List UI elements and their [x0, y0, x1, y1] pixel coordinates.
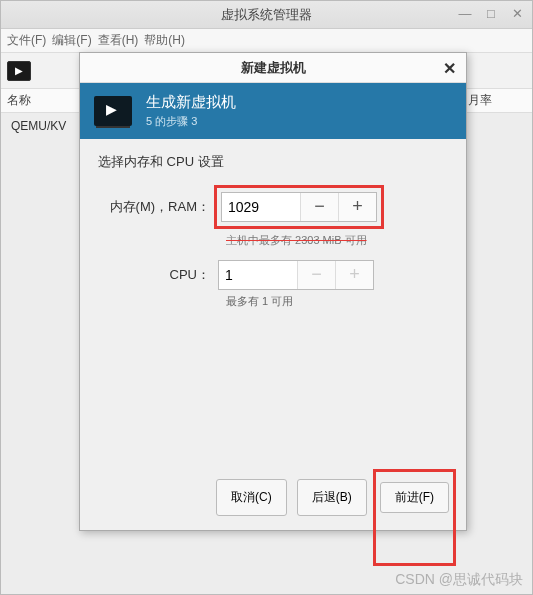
new-vm-dialog: 新建虚拟机 ✕ 生成新虚拟机 5 的步骤 3 选择内存和 CPU 设置 内存(M… — [79, 52, 467, 531]
menubar: 文件(F) 编辑(F) 查看(H) 帮助(H) — [1, 29, 532, 53]
dialog-title: 新建虚拟机 — [241, 59, 306, 77]
window-title: 虚拟系统管理器 — [221, 6, 312, 24]
ram-spinner: − + — [221, 192, 377, 222]
cpu-hint: 最多有 1 可用 — [226, 294, 448, 309]
back-button[interactable]: 后退(B) — [297, 479, 367, 516]
menu-edit[interactable]: 编辑(F) — [52, 32, 91, 49]
cpu-input[interactable] — [219, 261, 297, 289]
cpu-row: CPU： − + — [98, 260, 448, 290]
cpu-decrement-button: − — [297, 261, 335, 289]
ram-label: 内存(M)，RAM： — [98, 198, 218, 216]
menu-view[interactable]: 查看(H) — [98, 32, 139, 49]
header-title: 生成新虚拟机 — [146, 93, 236, 112]
menu-help[interactable]: 帮助(H) — [144, 32, 185, 49]
cancel-button[interactable]: 取消(C) — [216, 479, 287, 516]
forward-button[interactable]: 前进(F) — [380, 482, 449, 513]
window-controls: — □ ✕ — [456, 5, 526, 23]
close-window-icon[interactable]: ✕ — [508, 5, 526, 23]
cpu-increment-button: + — [335, 261, 373, 289]
new-vm-icon[interactable] — [7, 61, 31, 81]
ram-decrement-button[interactable]: − — [300, 193, 338, 221]
close-icon[interactable]: ✕ — [443, 59, 456, 78]
vm-icon — [94, 96, 132, 126]
section-label: 选择内存和 CPU 设置 — [98, 153, 448, 171]
forward-highlight: 前进(F) — [373, 469, 456, 566]
watermark: CSDN @思诚代码块 — [395, 571, 523, 589]
minimize-icon[interactable]: — — [456, 5, 474, 23]
dialog-footer: 取消(C) 后退(B) 前进(F) — [80, 469, 466, 530]
cpu-label: CPU： — [98, 266, 218, 284]
cpu-spinner: − + — [218, 260, 374, 290]
titlebar: 虚拟系统管理器 — □ ✕ — [1, 1, 532, 29]
menu-file[interactable]: 文件(F) — [7, 32, 46, 49]
ram-increment-button[interactable]: + — [338, 193, 376, 221]
ram-input[interactable] — [222, 193, 300, 221]
dialog-titlebar: 新建虚拟机 ✕ — [80, 53, 466, 83]
dialog-header: 生成新虚拟机 5 的步骤 3 — [80, 83, 466, 139]
ram-highlight: − + — [214, 185, 384, 229]
ram-row: 内存(M)，RAM： − + — [98, 185, 448, 229]
dialog-body: 选择内存和 CPU 设置 内存(M)，RAM： − + 主机中最多有 2303 … — [80, 139, 466, 469]
header-text: 生成新虚拟机 5 的步骤 3 — [146, 93, 236, 129]
maximize-icon[interactable]: □ — [482, 5, 500, 23]
col-rate: 月率 — [468, 92, 492, 109]
col-name: 名称 — [1, 92, 81, 109]
header-step: 5 的步骤 3 — [146, 114, 236, 129]
ram-hint: 主机中最多有 2303 MiB 可用 — [226, 233, 448, 248]
